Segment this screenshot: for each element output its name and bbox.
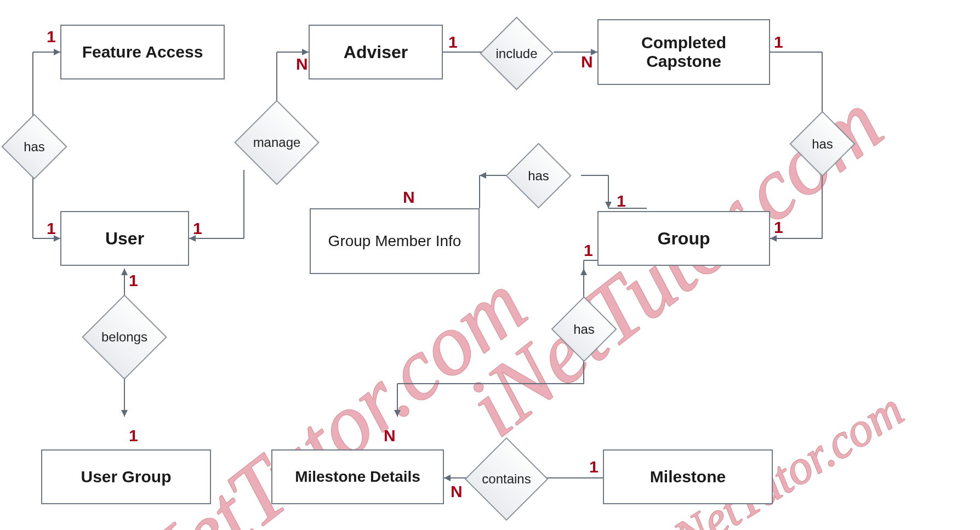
svg-marker-1 xyxy=(54,49,60,55)
svg-marker-21 xyxy=(480,172,486,179)
card-cc-n: N xyxy=(581,53,593,71)
rel-has-gmi-group: has xyxy=(515,152,562,199)
card-ug-1: 1 xyxy=(129,426,138,445)
rel-include: include xyxy=(491,27,543,79)
rel-has-cc-group: has xyxy=(799,121,846,167)
entity-milestone: Milestone xyxy=(603,449,773,504)
entity-group: Group xyxy=(597,211,770,266)
svg-marker-36 xyxy=(444,475,451,481)
entity-group-member-info: Group Member Info xyxy=(310,208,480,274)
svg-marker-31 xyxy=(394,410,401,417)
entity-milestone-details: Milestone Details xyxy=(271,449,444,504)
rel-manage: manage xyxy=(247,112,307,173)
card-adv-n: N xyxy=(296,55,308,73)
card-group-left-1: 1 xyxy=(584,241,593,260)
entity-adviser: Adviser xyxy=(309,25,443,79)
svg-marker-40 xyxy=(121,269,128,275)
rel-belongs: belongs xyxy=(94,307,155,367)
er-diagram-stage: iNetTutor.com iNetTutor.com iNetTutor.co… xyxy=(0,0,980,530)
svg-marker-27 xyxy=(580,269,587,275)
svg-marker-24 xyxy=(605,202,612,208)
rel-contains: contains xyxy=(477,449,536,509)
entity-feature-access: Feature Access xyxy=(60,25,225,79)
rel-has-fa-user: has xyxy=(11,123,58,170)
entity-user-group: User Group xyxy=(41,449,211,504)
card-cc-1: 1 xyxy=(774,33,783,52)
card-gmi-n: N xyxy=(403,188,415,207)
entity-completed-capstone: Completed Capstone xyxy=(597,19,770,85)
rel-has-group-md: has xyxy=(561,306,607,352)
card-user-left-1: 1 xyxy=(47,219,56,238)
card-user-bottom-1: 1 xyxy=(129,271,138,290)
card-group-right-1: 1 xyxy=(774,218,783,237)
card-adv-1: 1 xyxy=(448,33,458,52)
card-md-right-n: N xyxy=(451,482,463,501)
card-md-top-n: N xyxy=(384,426,396,445)
svg-marker-39 xyxy=(121,410,128,417)
card-user-right-1: 1 xyxy=(193,219,202,238)
entity-user: User xyxy=(60,211,189,266)
card-fa-1: 1 xyxy=(47,27,56,46)
card-mile-1: 1 xyxy=(589,458,599,476)
card-group-top-1: 1 xyxy=(617,192,626,210)
